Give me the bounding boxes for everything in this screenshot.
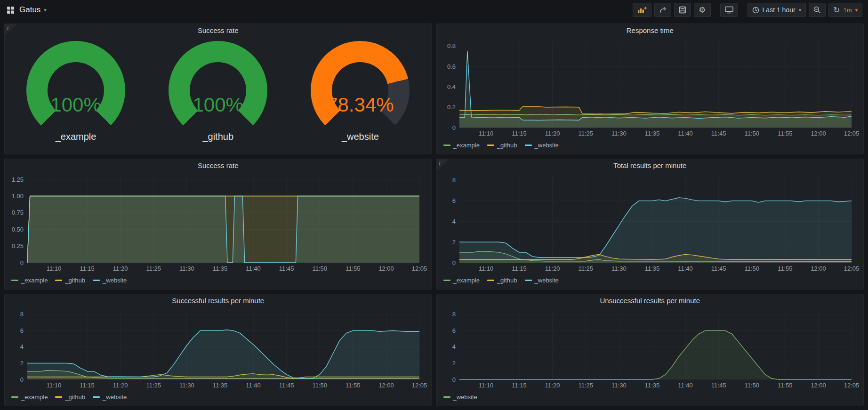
legend-series-label: _example	[453, 277, 480, 284]
legend-series-swatch	[11, 396, 18, 398]
gauge-value: 100%	[26, 94, 125, 116]
dashboards-grid-icon[interactable]	[7, 6, 15, 14]
panel-info-corner[interactable]: i	[5, 24, 17, 36]
legend-item[interactable]: _example	[443, 142, 480, 149]
share-icon	[659, 6, 667, 14]
response-time-chart[interactable]: 11:1011:1511:2011:2511:3011:3511:4011:45…	[440, 37, 860, 139]
chart-legend: _example_github_website	[437, 274, 864, 289]
svg-text:11:35: 11:35	[644, 382, 659, 389]
svg-text:8: 8	[452, 311, 455, 318]
legend-item[interactable]: _github	[487, 277, 517, 284]
success-rate-chart[interactable]: 11:1011:1511:2011:2511:3011:3511:4011:45…	[8, 172, 428, 274]
svg-text:11:20: 11:20	[113, 382, 128, 389]
time-range-label: Last 1 hour	[763, 6, 796, 14]
info-icon: i	[7, 24, 8, 32]
refresh-button[interactable]: ↻ 1m ▾	[828, 3, 862, 17]
dashboard-title-button[interactable]: Gatus ▾	[19, 5, 47, 15]
gauge-row: 100% _example 100% _github 78.34% _websi…	[5, 37, 432, 154]
share-button[interactable]	[654, 3, 671, 17]
legend-series-swatch	[55, 280, 62, 281]
zoom-out-button[interactable]	[809, 3, 826, 17]
svg-text:11:25: 11:25	[578, 130, 593, 137]
svg-text:4: 4	[452, 343, 455, 350]
panel-info-corner[interactable]: i	[437, 159, 449, 171]
settings-button[interactable]: ⚙	[694, 3, 710, 17]
legend-item[interactable]: _website	[93, 394, 127, 401]
total-results-chart[interactable]: 11:1011:1511:2011:2511:3011:3511:4011:45…	[440, 172, 860, 274]
panel-title[interactable]: Response time	[437, 24, 864, 37]
legend-series-swatch	[487, 280, 494, 281]
svg-text:6: 6	[20, 327, 24, 334]
legend-item[interactable]: _github	[55, 394, 85, 401]
add-panel-button[interactable]	[633, 3, 651, 17]
panel-title[interactable]: Successful results per minute	[5, 294, 432, 307]
legend-item[interactable]: _example	[11, 277, 48, 284]
legend-series-swatch	[487, 145, 494, 146]
svg-text:11:55: 11:55	[778, 382, 793, 389]
legend-item[interactable]: _website	[93, 277, 127, 284]
refresh-icon: ↻	[833, 6, 840, 14]
legend-item[interactable]: _website	[443, 394, 477, 401]
svg-text:11:25: 11:25	[146, 382, 161, 389]
svg-text:11:15: 11:15	[80, 265, 95, 272]
chart-area: 11:1011:1511:2011:2511:3011:3511:4011:45…	[8, 172, 428, 274]
gauge-arc: 100%	[169, 41, 267, 140]
legend-series-label: _github	[65, 394, 85, 401]
svg-text:6: 6	[452, 327, 455, 334]
svg-text:0: 0	[452, 259, 455, 266]
unsuccessful-results-chart[interactable]: 11:1011:1511:2011:2511:3011:3511:4011:45…	[440, 307, 860, 391]
cycle-view-button[interactable]	[720, 3, 738, 17]
svg-text:0.4: 0.4	[447, 83, 455, 90]
svg-text:0.6: 0.6	[447, 63, 455, 70]
legend-item[interactable]: _website	[525, 142, 559, 149]
chart-legend: _example_github_website	[5, 274, 432, 289]
legend-series-swatch	[11, 280, 18, 281]
svg-text:0: 0	[452, 376, 455, 383]
svg-text:11:10: 11:10	[47, 265, 62, 272]
svg-text:2: 2	[452, 360, 455, 367]
successful-results-chart[interactable]: 11:1011:1511:2011:2511:3011:3511:4011:45…	[8, 307, 428, 391]
svg-text:1.25: 1.25	[12, 176, 24, 183]
panel-unsuccessful-results: Unsuccessful results per minute 11:1011:…	[436, 294, 864, 406]
legend-series-label: _example	[21, 394, 48, 401]
svg-text:0: 0	[20, 259, 24, 266]
legend-series-swatch	[443, 396, 450, 398]
legend-series-label: _example	[21, 277, 48, 284]
svg-text:11:30: 11:30	[611, 382, 627, 389]
svg-text:11:40: 11:40	[678, 130, 693, 137]
legend-item[interactable]: _github	[55, 277, 85, 284]
svg-text:11:30: 11:30	[179, 265, 194, 272]
panel-title[interactable]: Success rate	[5, 159, 432, 172]
legend-item[interactable]: _website	[525, 277, 559, 284]
svg-text:0.2: 0.2	[447, 104, 455, 111]
svg-text:11:40: 11:40	[678, 265, 693, 272]
panel-title[interactable]: Total results per minute	[437, 159, 864, 172]
svg-text:11:10: 11:10	[478, 382, 493, 389]
svg-text:11:40: 11:40	[246, 265, 261, 272]
svg-text:12:00: 12:00	[378, 382, 394, 389]
legend-item[interactable]: _example	[443, 277, 480, 284]
caret-down-icon: ▾	[44, 8, 47, 13]
legend-series-swatch	[525, 145, 532, 146]
svg-text:4: 4	[452, 218, 455, 225]
legend-series-label: _github	[65, 277, 85, 284]
svg-text:12:05: 12:05	[844, 382, 859, 389]
svg-text:11:20: 11:20	[545, 130, 560, 137]
gauge-arc: 78.34%	[311, 41, 410, 140]
chart-legend: _example_github_website	[5, 391, 432, 406]
legend-item[interactable]: _example	[11, 394, 48, 401]
svg-text:11:45: 11:45	[279, 382, 294, 389]
panel-title[interactable]: Unsuccessful results per minute	[437, 294, 864, 307]
time-range-picker[interactable]: Last 1 hour ▾	[747, 3, 806, 17]
svg-text:11:55: 11:55	[346, 265, 361, 272]
svg-text:11:25: 11:25	[146, 265, 161, 272]
legend-series-swatch	[93, 396, 100, 398]
svg-text:11:20: 11:20	[113, 265, 128, 272]
gauge-label: _website	[342, 131, 379, 142]
panel-title[interactable]: Success rate	[5, 24, 432, 37]
legend-item[interactable]: _github	[487, 142, 517, 149]
svg-text:11:25: 11:25	[578, 265, 593, 272]
save-button[interactable]	[674, 3, 691, 17]
svg-text:12:00: 12:00	[811, 130, 826, 137]
svg-text:0: 0	[452, 124, 455, 131]
